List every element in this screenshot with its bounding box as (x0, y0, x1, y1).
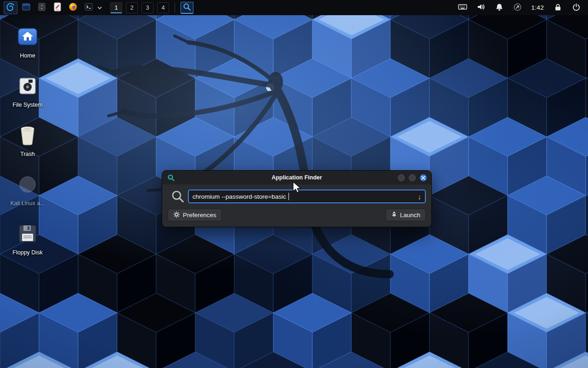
preferences-button[interactable]: Preferences (168, 209, 222, 221)
floppy-disk-icon (17, 221, 38, 247)
keyboard-tray-button[interactable] (457, 2, 469, 14)
close-button[interactable] (420, 174, 427, 181)
search-icon (183, 3, 191, 12)
faded-disc-icon (17, 172, 38, 197)
bell-icon (496, 3, 503, 12)
app-finder-launcher[interactable] (181, 2, 193, 14)
finder-window-icon (167, 174, 175, 182)
lock-screen-button[interactable] (552, 2, 564, 14)
workspace-1[interactable]: 1 (110, 2, 122, 13)
window-controls (398, 171, 427, 184)
history-dropdown-icon[interactable]: ↓ (415, 193, 422, 200)
preferences-label: Preferences (183, 212, 216, 218)
workspace-switcher: 1 2 3 4 (110, 2, 169, 13)
panel-tray: 1:42 (453, 0, 585, 15)
kali-menu-button[interactable] (4, 1, 17, 14)
application-finder-window: Application Finder chromium --password-s… (162, 170, 432, 227)
terminal-icon (84, 2, 93, 13)
app-window-launcher[interactable] (19, 1, 33, 14)
desktop-icon-kali-linux[interactable]: Kali Linux a... (6, 168, 50, 217)
status-tray-button[interactable] (512, 2, 524, 14)
desktop-icon-file-system[interactable]: File System (6, 69, 50, 119)
launch-rocket-icon (391, 211, 397, 219)
clock[interactable]: 1:42 (531, 4, 544, 11)
workspace-3[interactable]: 3 (141, 2, 153, 13)
drive-icon (17, 73, 38, 99)
desktop-icon-label: Floppy Disk (12, 249, 42, 256)
search-icon-large (168, 190, 188, 203)
kali-menu-icon (5, 1, 16, 14)
workspace-4[interactable]: 4 (157, 2, 169, 13)
terminal-launcher[interactable] (82, 1, 96, 14)
gear-icon (173, 211, 180, 219)
launch-label: Launch (400, 212, 420, 218)
keyboard-icon (458, 3, 467, 12)
home-folder-icon (17, 24, 38, 50)
text-caret (288, 193, 289, 200)
launch-button[interactable]: Launch (385, 209, 426, 221)
desktop-icon-home[interactable]: Home (6, 20, 50, 69)
app-window-icon (22, 2, 31, 13)
logout-button[interactable] (570, 2, 582, 14)
top-panel: 1 2 3 4 (0, 0, 588, 15)
desktop-icon-label: File System (12, 102, 42, 108)
lock-icon (554, 3, 561, 12)
firefox-launcher[interactable] (66, 1, 80, 14)
power-icon (572, 3, 580, 12)
command-text: chromium --password-store=basic (192, 193, 286, 200)
panel-left: 1 2 3 4 (3, 0, 193, 15)
file-cabinet-icon (37, 2, 46, 13)
chevron-down-icon (97, 4, 102, 11)
panel-separator (175, 3, 175, 13)
speaker-icon (477, 3, 485, 12)
firefox-icon (68, 2, 78, 13)
close-icon (421, 174, 425, 181)
minimize-button[interactable] (398, 174, 405, 181)
terminal-dropdown-chevron[interactable] (96, 1, 103, 14)
notifications-tray-button[interactable] (493, 2, 505, 14)
window-title: Application Finder (271, 174, 322, 181)
desktop-icon-floppy-disk[interactable]: Floppy Disk (6, 217, 50, 266)
maximize-button[interactable] (409, 174, 416, 181)
file-manager-launcher[interactable] (35, 1, 49, 14)
volume-tray-button[interactable] (475, 2, 487, 14)
finder-body: chromium --password-store=basic ↓ Prefer… (162, 184, 431, 227)
notes-editor-launcher[interactable] (51, 1, 64, 14)
document-icon (53, 2, 62, 13)
trash-can-icon (18, 122, 37, 148)
desktop-icon-label: Home (20, 52, 35, 59)
desktop-icon-column: Home File System Trash Kali Linux a... F… (6, 20, 50, 266)
command-input[interactable]: chromium --password-store=basic ↓ (188, 190, 426, 203)
desktop-icon-label: Kali Linux a... (10, 200, 45, 207)
circle-arrow-icon (514, 3, 521, 12)
workspace-2[interactable]: 2 (126, 2, 138, 13)
titlebar[interactable]: Application Finder (162, 171, 431, 184)
desktop-icon-trash[interactable]: Trash (6, 119, 50, 168)
desktop-icon-label: Trash (20, 151, 35, 157)
